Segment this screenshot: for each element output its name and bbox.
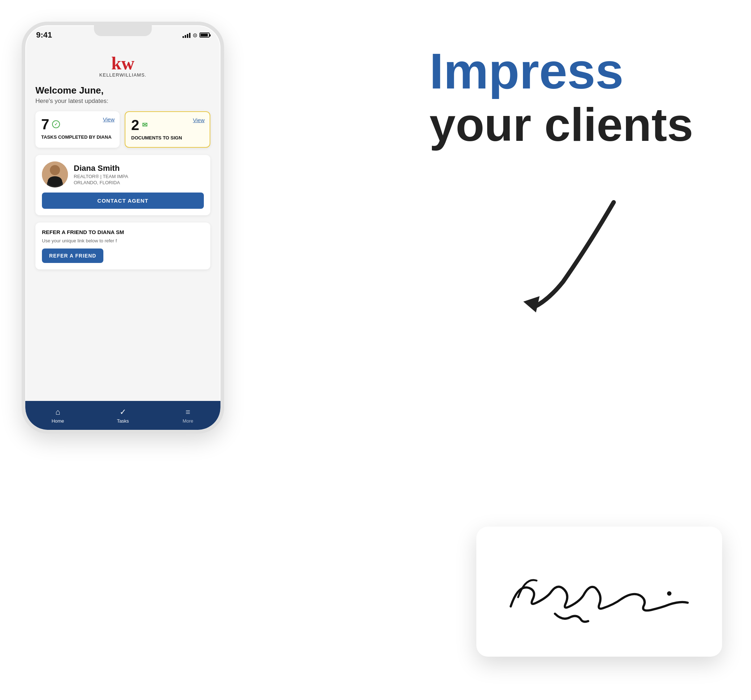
battery-icon	[199, 32, 210, 37]
refer-title: REFER A FRIEND TO DIANA SM	[42, 229, 204, 235]
refer-subtitle: Use your unique link below to refer f	[42, 238, 204, 244]
svg-point-2	[50, 165, 60, 175]
agent-name: Diana Smith	[74, 163, 128, 173]
svg-point-5	[667, 591, 672, 596]
scene: Impress your clients 9:41	[0, 0, 751, 700]
nav-more[interactable]: ≡ More	[155, 407, 221, 424]
contact-agent-button[interactable]: CONTACT AGENT	[42, 193, 204, 209]
kw-logo: kw KELLERWILLIAMS.	[36, 54, 210, 78]
nav-home-label: Home	[52, 418, 64, 424]
more-icon: ≡	[186, 407, 190, 417]
headline-impress: Impress	[430, 43, 693, 99]
welcome-title: Welcome June,	[36, 85, 210, 96]
nav-home[interactable]: ⌂ Home	[25, 407, 90, 424]
documents-label: DOCUMENTS TO SIGN	[131, 135, 204, 141]
stats-cards: View 7 ✓ TASKS COMPLETED BY DIANA View 2…	[36, 111, 210, 148]
tasks-card: View 7 ✓ TASKS COMPLETED BY DIANA	[36, 111, 120, 148]
nav-more-label: More	[182, 418, 193, 424]
status-bar: 9:41 ⊜	[36, 30, 210, 40]
agent-info: Diana Smith REALTOR® | TEAM IMPA ORLANDO…	[42, 162, 204, 188]
tasks-check-icon: ✓	[52, 120, 60, 128]
phone-content: kw KELLERWILLIAMS. Welcome June, Here's …	[25, 43, 221, 401]
wifi-icon: ⊜	[193, 32, 197, 39]
bottom-nav: ⌂ Home ✓ Tasks ≡ More	[25, 401, 221, 430]
agent-card: Diana Smith REALTOR® | TEAM IMPA ORLANDO…	[36, 155, 210, 215]
svg-marker-0	[523, 296, 539, 313]
status-time: 9:41	[36, 30, 52, 40]
headline-rest: your clients	[430, 99, 693, 151]
documents-card: View 2 ✉ DOCUMENTS TO SIGN	[125, 111, 210, 148]
phone-mockup: 9:41 ⊜ kw	[22, 22, 224, 433]
svg-point-4	[48, 176, 62, 187]
welcome-subtitle: Here's your latest updates:	[36, 97, 210, 105]
documents-view-link[interactable]: View	[193, 117, 204, 123]
kw-letters: kw	[36, 54, 210, 72]
arrow-decoration	[462, 173, 643, 318]
nav-tasks[interactable]: ✓ Tasks	[90, 407, 155, 424]
signal-icon	[182, 32, 190, 38]
status-icons: ⊜	[182, 32, 210, 39]
refer-friend-button[interactable]: REFER A FRIEND	[42, 248, 104, 263]
agent-avatar	[42, 162, 68, 188]
nav-tasks-label: Tasks	[117, 418, 129, 424]
tasks-label: TASKS COMPLETED BY DIANA	[41, 134, 114, 140]
agent-location: ORLANDO, FLORIDA	[74, 180, 128, 185]
signature-svg	[488, 540, 710, 644]
home-icon: ⌂	[55, 407, 60, 417]
refer-section: REFER A FRIEND TO DIANA SM Use your uniq…	[36, 222, 210, 270]
kw-full-name: KELLERWILLIAMS.	[36, 72, 210, 78]
headline: Impress your clients	[430, 43, 693, 151]
agent-title: REALTOR® | TEAM IMPA	[74, 174, 128, 179]
signature-card	[476, 527, 722, 657]
williams-light: WILLIAMS.	[119, 72, 146, 78]
agent-details: Diana Smith REALTOR® | TEAM IMPA ORLANDO…	[74, 163, 128, 185]
phone-frame: 9:41 ⊜ kw	[22, 22, 224, 433]
tasks-view-link[interactable]: View	[103, 116, 114, 122]
documents-edit-icon: ✉	[142, 122, 147, 128]
tasks-icon: ✓	[120, 407, 126, 417]
keller-bold: KELLER	[99, 72, 120, 78]
